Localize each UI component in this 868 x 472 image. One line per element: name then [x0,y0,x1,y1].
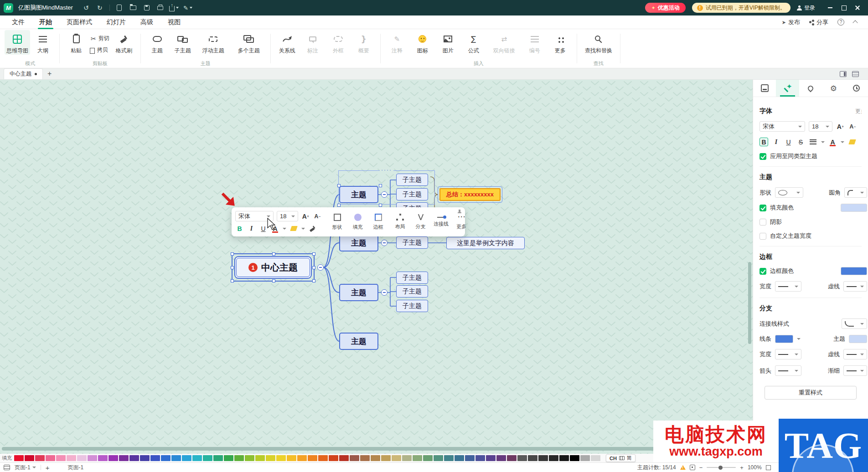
close-button[interactable] [851,2,864,14]
border-dash-select[interactable] [843,281,867,292]
color-swatch[interactable] [224,455,233,461]
shadow-checkbox[interactable] [760,219,766,226]
color-swatch[interactable] [161,455,170,461]
topic-node-4[interactable]: 主题 [339,333,378,350]
trial-banner[interactable]: !试用已到期，开通VIP解锁限制。 [692,3,790,13]
ribbon-button-cut[interactable]: 剪切 [91,35,109,42]
undo-button[interactable]: ↺ [80,2,92,13]
login-button[interactable]: 登录 [797,4,815,12]
zoom-slider[interactable] [707,467,736,468]
color-swatch[interactable] [14,455,24,461]
document-tab[interactable]: 中心主题 [4,68,43,79]
font-increase-button[interactable] [301,212,310,221]
fill-button[interactable]: 填充 [348,209,367,235]
color-swatch[interactable] [46,455,55,461]
apply-same-type-checkbox[interactable] [760,153,766,160]
selection-handle[interactable] [312,252,315,256]
zoom-out-button[interactable]: − [699,464,703,471]
horizontal-scrollbar[interactable] [2,447,745,451]
taper-select[interactable] [843,365,867,376]
fit-screen-icon[interactable] [690,465,695,470]
color-swatch[interactable] [350,455,359,461]
minimize-button[interactable] [823,2,837,14]
color-swatch[interactable] [423,455,433,461]
save-button[interactable] [141,2,153,13]
color-swatch[interactable] [434,455,443,461]
bold-button[interactable]: B [235,224,244,233]
color-swatch[interactable] [496,455,506,461]
panel-tab-style[interactable] [776,80,799,97]
summary-node[interactable]: 总结：xxxxxxxxx [439,188,501,201]
subtopic-node[interactable]: 子主题 [396,236,428,249]
color-swatch[interactable] [381,455,391,461]
color-swatch[interactable] [182,455,191,461]
panel-bold-button[interactable]: B [760,138,768,146]
menu-item-file[interactable]: 文件 [5,15,32,29]
color-swatch[interactable] [465,455,475,461]
ribbon-button-multi-topic[interactable]: 多个主题 [231,30,267,55]
panel-font-decrease-button[interactable] [848,122,857,131]
selection-handle[interactable] [272,279,275,282]
panel-align-button[interactable] [809,138,817,146]
publish-button[interactable]: 发布 [782,18,800,26]
italic-button[interactable]: I [247,224,256,233]
subtopic-node[interactable]: 子主题 [396,188,428,200]
branch-dash-select[interactable] [843,349,867,359]
highlight-button[interactable] [289,224,298,233]
border-button[interactable]: 边框 [368,209,388,235]
color-swatch[interactable] [402,455,412,461]
help-button[interactable]: ? [837,19,844,26]
selection-handle-dots-icon[interactable]: ···· [380,167,393,173]
color-swatch[interactable] [444,455,454,461]
vertical-scrollbar[interactable] [748,262,751,344]
color-swatch[interactable] [538,455,548,461]
subtopic-node[interactable]: 子主题 [396,272,428,284]
branch-topic-swatch[interactable] [849,335,867,343]
color-swatch[interactable] [570,455,579,461]
font-size-select[interactable]: 18 [277,211,298,221]
subtopic-node[interactable]: 子主题 [396,174,428,186]
promo-badge[interactable]: 优惠活动 [645,3,685,13]
selection-handle[interactable] [379,184,382,187]
add-page-button[interactable]: + [46,464,50,472]
arrow-select[interactable] [775,365,801,376]
color-swatch[interactable] [203,455,212,461]
ribbon-button-more-insert[interactable]: 更多 [548,30,573,55]
ribbon-button-find-replace[interactable]: 查找和替换 [581,30,616,55]
fill-color-checkbox[interactable] [760,205,766,211]
menu-item-slides[interactable]: 幻灯片 [99,15,133,29]
color-swatch[interactable] [150,455,160,461]
menu-item-view[interactable]: 视图 [160,15,188,29]
color-swatch[interactable] [517,455,527,461]
shape-select[interactable] [775,187,803,198]
color-swatch[interactable] [486,455,496,461]
color-swatch[interactable] [140,455,150,461]
shape-button[interactable]: 形状 [327,209,347,235]
mindmap-canvas[interactable]: ···· 1 中心主题 主题 子主题 子主题 [0,80,753,454]
page-selector[interactable]: 页面-1 [15,464,36,472]
selection-handle[interactable] [231,266,234,269]
selection-handle[interactable] [231,279,234,282]
color-swatch[interactable] [108,455,118,461]
panel-tab-history[interactable] [845,80,868,97]
color-swatch[interactable] [171,455,181,461]
color-swatch[interactable] [339,455,349,461]
selection-handle[interactable] [337,204,341,207]
ribbon-button-copy[interactable]: 拷贝 [91,46,109,54]
color-swatch[interactable] [475,455,485,461]
color-swatch[interactable] [88,455,97,461]
color-swatch[interactable] [413,455,422,461]
color-swatch[interactable] [255,455,265,461]
ribbon-button-mindmap[interactable]: 思维导图 [5,30,30,55]
color-swatch[interactable] [67,455,76,461]
color-swatch[interactable] [287,455,296,461]
color-swatch[interactable] [192,455,202,461]
selection-handle[interactable] [312,279,315,282]
border-width-select[interactable] [775,281,801,292]
color-swatch[interactable] [591,455,600,461]
color-swatch[interactable] [129,455,139,461]
color-swatch[interactable] [455,455,464,461]
ribbon-button-topic[interactable]: 主题 [145,30,170,55]
selection-handle[interactable] [337,184,341,187]
connector-style-select[interactable] [842,318,867,329]
